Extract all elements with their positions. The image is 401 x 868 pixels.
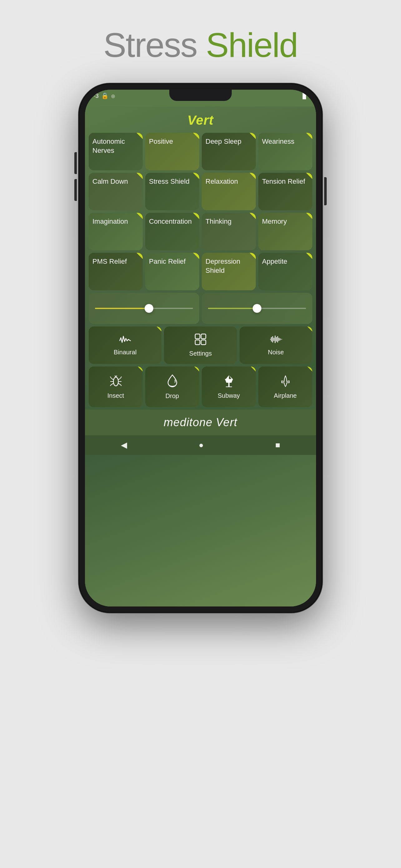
effect-airplane-label: Airplane — [274, 392, 297, 399]
effect-subway-label: Subway — [218, 392, 240, 399]
tile-depression-shield[interactable]: Depression Shield — [202, 253, 256, 290]
tile-appetite[interactable]: Appetite — [258, 253, 312, 290]
app-screen: Vert Autonomic Nerves Positive Deep Slee… — [85, 106, 316, 607]
nav-noise[interactable]: Noise — [239, 327, 312, 364]
tile-label: Tension Relief — [262, 177, 305, 186]
effect-drop-label: Drop — [166, 393, 179, 400]
tile-label: Autonomic Nerves — [93, 137, 139, 155]
slider-tile-2 — [202, 293, 312, 324]
nav-binaural[interactable]: Binaural — [89, 327, 162, 364]
tile-label: Thinking — [205, 217, 231, 226]
tile-panic-relief[interactable]: Panic Relief — [145, 253, 199, 290]
page-title-section: Stress Shield — [103, 25, 298, 65]
svg-rect-2 — [195, 340, 200, 345]
svg-rect-15 — [228, 383, 230, 386]
phone-frame: ·3 🔒 ◎ ▊ Vert Autonomic Nerves Positive — [79, 84, 322, 613]
noise-icon — [269, 335, 282, 346]
app-footer: meditone Vert — [85, 410, 316, 435]
sound-effects-row: Insect Drop — [85, 367, 316, 410]
effect-subway[interactable]: Subway — [202, 367, 256, 407]
svg-rect-0 — [195, 334, 200, 339]
effect-airplane[interactable]: Airplane — [258, 367, 312, 407]
tile-relaxation[interactable]: Relaxation — [202, 173, 256, 210]
slider-thumb-2[interactable] — [253, 304, 261, 313]
tile-weariness[interactable]: Weariness — [258, 133, 312, 170]
svg-point-14 — [113, 377, 119, 386]
app-title: Vert — [85, 106, 316, 133]
volume-up-button[interactable] — [74, 152, 77, 174]
status-left: ·3 🔒 ◎ — [94, 92, 115, 99]
tile-concentration[interactable]: Concentration — [145, 213, 199, 250]
tile-memory[interactable]: Memory — [258, 213, 312, 250]
tile-label: Calm Down — [93, 177, 128, 186]
signal-icon: ▊ — [303, 92, 307, 99]
tile-deep-sleep[interactable]: Deep Sleep — [202, 133, 256, 170]
nav-noise-label: Noise — [268, 349, 284, 356]
tile-label: Deep Sleep — [205, 137, 241, 146]
tile-label: Relaxation — [205, 177, 238, 186]
volume-buttons — [74, 152, 77, 201]
binaural-icon — [119, 335, 132, 346]
tile-label: Concentration — [149, 217, 192, 226]
tile-positive[interactable]: Positive — [145, 133, 199, 170]
notch-area: ·3 🔒 ◎ ▊ — [85, 90, 316, 106]
volume-down-button[interactable] — [74, 179, 77, 201]
svg-rect-1 — [201, 334, 206, 339]
slider-tile-1 — [89, 293, 199, 324]
svg-rect-16 — [226, 386, 232, 387]
slider-track-1[interactable] — [95, 308, 193, 309]
phone-screen: ·3 🔒 ◎ ▊ Vert Autonomic Nerves Positive — [85, 90, 316, 607]
effect-insect[interactable]: Insect — [89, 367, 143, 407]
slider-track-2[interactable] — [208, 308, 306, 309]
tile-label: Stress Shield — [149, 177, 190, 186]
tile-label: Imagination — [93, 217, 128, 226]
sound-grid-row-1: Autonomic Nerves Positive Deep Sleep Wea… — [85, 133, 316, 173]
power-button[interactable] — [324, 177, 327, 205]
nav-settings[interactable]: Settings — [164, 327, 237, 364]
nav-binaural-label: Binaural — [114, 349, 136, 356]
tile-label: Depression Shield — [205, 257, 252, 275]
sound-grid-row-2: Calm Down Stress Shield Relaxation Tensi… — [85, 173, 316, 213]
tile-label: PMS Relief — [93, 257, 127, 266]
effect-drop[interactable]: Drop — [145, 367, 199, 407]
sound-grid-row-4: PMS Relief Panic Relief Depression Shiel… — [85, 253, 316, 293]
slider-thumb-1[interactable] — [144, 304, 153, 313]
lock-icon: 🔒 — [101, 92, 109, 99]
status-bar: ·3 🔒 ◎ ▊ — [85, 92, 316, 99]
tile-thinking[interactable]: Thinking — [202, 213, 256, 250]
sliders-section — [85, 293, 316, 327]
settings-icon — [195, 333, 206, 347]
tile-label: Positive — [149, 137, 173, 146]
tile-pms-relief[interactable]: PMS Relief — [89, 253, 143, 290]
title-word-stress: Stress — [103, 26, 197, 64]
airplane-icon — [279, 375, 292, 389]
recents-button[interactable]: ■ — [275, 440, 280, 450]
tile-label: Appetite — [262, 257, 287, 266]
tile-label: Panic Relief — [149, 257, 186, 266]
slider-fill-1 — [95, 308, 149, 309]
sound-grid-row-3: Imagination Concentration Thinking Memor… — [85, 213, 316, 253]
svg-rect-3 — [201, 340, 206, 345]
tile-imagination[interactable]: Imagination — [89, 213, 143, 250]
tile-stress-shield[interactable]: Stress Shield — [145, 173, 199, 210]
back-button[interactable]: ◀ — [121, 440, 127, 450]
drop-icon — [166, 374, 179, 389]
time-display: ·3 — [94, 92, 99, 99]
page-title: Stress Shield — [103, 25, 298, 65]
status-right: ▊ — [303, 92, 307, 99]
app-footer-text: meditone Vert — [164, 416, 237, 429]
title-word-shield: Shield — [206, 26, 298, 64]
tile-label: Weariness — [262, 137, 295, 146]
slider-fill-2 — [208, 308, 257, 309]
tile-calm-down[interactable]: Calm Down — [89, 173, 143, 210]
subway-icon — [223, 375, 235, 389]
effect-insect-label: Insect — [107, 392, 124, 399]
notification-icon: ◎ — [111, 93, 115, 98]
tile-label: Memory — [262, 217, 287, 226]
nav-settings-label: Settings — [189, 350, 212, 357]
tile-autonomic-nerves[interactable]: Autonomic Nerves — [89, 133, 143, 170]
tile-tension-relief[interactable]: Tension Relief — [258, 173, 312, 210]
android-nav-bar: ◀ ● ■ — [85, 435, 316, 455]
home-button[interactable]: ● — [199, 440, 204, 450]
insect-icon — [110, 375, 122, 389]
